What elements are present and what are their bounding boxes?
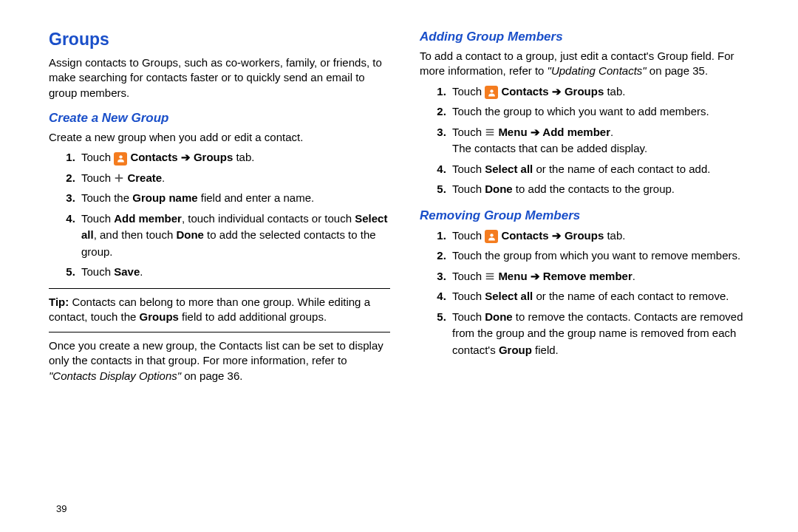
adding-step-5: Touch Done to add the contacts to the gr… bbox=[449, 181, 761, 198]
bold-text: Done bbox=[485, 310, 513, 323]
adding-step-3: Touch Menu ➔ Add member. The contacts th… bbox=[449, 124, 761, 157]
bold-text: Add member bbox=[114, 212, 182, 225]
heading-removing-members: Removing Group Members bbox=[420, 208, 761, 223]
groups-intro: Assign contacts to Groups, such as co-wo… bbox=[49, 55, 390, 100]
text: Touch the bbox=[81, 191, 132, 204]
text: , touch individual contacts or touch bbox=[182, 212, 355, 225]
adding-step-4: Touch Select all or the name of each con… bbox=[449, 161, 761, 178]
contacts-icon bbox=[485, 86, 498, 99]
text: Touch bbox=[452, 270, 485, 282]
text: . bbox=[632, 270, 635, 282]
text: Touch bbox=[452, 183, 485, 195]
text: field. bbox=[532, 344, 559, 356]
create-step-5: Touch Save. bbox=[78, 264, 390, 281]
adding-step-2: Touch the group to which you want to add… bbox=[449, 103, 761, 120]
divider bbox=[49, 288, 390, 289]
italic-ref: "Contacts Display Options" bbox=[49, 369, 181, 382]
text: tab. bbox=[233, 151, 254, 163]
heading-adding-members: Adding Group Members bbox=[420, 30, 761, 44]
bold-text: Contacts ➔ Groups bbox=[130, 151, 233, 163]
text: Touch bbox=[452, 310, 485, 323]
divider bbox=[49, 332, 390, 332]
text: tab. bbox=[604, 229, 625, 242]
text: to add the contacts to the group. bbox=[513, 183, 675, 195]
text: . bbox=[162, 171, 165, 184]
bold-text: Create bbox=[127, 171, 162, 184]
removing-step-2: Touch the group from which you want to r… bbox=[449, 248, 761, 265]
removing-steps: Touch Contacts ➔ Groups tab. Touch the g… bbox=[420, 228, 761, 359]
text: Touch bbox=[452, 290, 485, 302]
text: on page 35. bbox=[647, 64, 708, 77]
create-step-4: Touch Add member, touch individual conta… bbox=[78, 211, 390, 261]
create-step-3: Touch the Group name field and enter a n… bbox=[78, 190, 390, 207]
plus-icon bbox=[114, 173, 124, 183]
adding-step-1: Touch Contacts ➔ Groups tab. bbox=[449, 83, 761, 100]
text: or the name of each contact to remove. bbox=[533, 290, 729, 302]
bold-text: Save bbox=[114, 265, 140, 278]
left-column: Groups Assign contacts to Groups, such a… bbox=[49, 30, 390, 517]
heading-create-group: Create a New Group bbox=[49, 111, 390, 126]
bold-text: Groups bbox=[140, 310, 179, 323]
removing-step-3: Touch Menu ➔ Remove member. bbox=[449, 268, 761, 285]
text: Touch bbox=[452, 85, 485, 98]
text: . bbox=[140, 265, 143, 278]
create-step-1: Touch Contacts ➔ Groups tab. bbox=[78, 149, 390, 166]
svg-point-7 bbox=[490, 233, 493, 236]
bold-text: Done bbox=[176, 228, 204, 241]
adding-lead: To add a contact to a group, just edit a… bbox=[420, 49, 761, 79]
text: tab. bbox=[604, 85, 625, 98]
svg-point-3 bbox=[490, 89, 493, 92]
text: on page 36. bbox=[181, 369, 242, 382]
tip-block: Tip: Contacts can belong to more than on… bbox=[49, 295, 390, 325]
text: field to add additional groups. bbox=[179, 310, 327, 323]
bold-text: Contacts ➔ Groups bbox=[501, 229, 604, 242]
text: Touch bbox=[81, 171, 114, 184]
bold-text: Group bbox=[499, 344, 532, 356]
bold-text: Menu ➔ Add member bbox=[498, 126, 610, 138]
bold-text: Done bbox=[485, 183, 513, 195]
menu-icon bbox=[485, 127, 495, 137]
removing-step-5: Touch Done to remove the contacts. Conta… bbox=[449, 309, 761, 359]
create-step-2: Touch Create. bbox=[78, 170, 390, 187]
menu-icon bbox=[485, 271, 495, 282]
removing-step-4: Touch Select all or the name of each con… bbox=[449, 288, 761, 305]
tip-label: Tip: bbox=[49, 296, 69, 308]
create-lead: Create a new group when you add or edit … bbox=[49, 130, 390, 145]
page-number: 39 bbox=[56, 503, 66, 514]
bold-text: Contacts ➔ Groups bbox=[501, 85, 604, 98]
after-create-note: Once you create a new group, the Contact… bbox=[49, 338, 390, 383]
text: Once you create a new group, the Contact… bbox=[49, 339, 383, 366]
section-title-groups: Groups bbox=[49, 30, 390, 50]
contacts-icon bbox=[485, 230, 498, 243]
bold-text: Group name bbox=[132, 191, 197, 204]
svg-point-0 bbox=[119, 155, 122, 158]
removing-step-1: Touch Contacts ➔ Groups tab. bbox=[449, 228, 761, 245]
bold-text: Select all bbox=[485, 163, 533, 175]
text: or the name of each contact to add. bbox=[533, 163, 710, 175]
bold-text: Menu ➔ Remove member bbox=[498, 270, 632, 282]
text: Touch bbox=[452, 163, 485, 175]
text: , and then touch bbox=[94, 228, 177, 241]
text: field and enter a name. bbox=[198, 191, 315, 204]
text: Touch bbox=[452, 126, 485, 138]
text: Touch bbox=[81, 151, 114, 163]
contacts-icon bbox=[114, 152, 127, 166]
text: Touch bbox=[81, 212, 114, 225]
italic-ref: "Updating Contacts" bbox=[548, 64, 647, 77]
bold-text: Select all bbox=[485, 290, 533, 302]
manual-page: Groups Assign contacts to Groups, such a… bbox=[0, 0, 798, 532]
text: The contacts that can be added display. bbox=[452, 142, 647, 154]
adding-steps: Touch Contacts ➔ Groups tab. Touch the g… bbox=[420, 83, 761, 198]
create-steps: Touch Contacts ➔ Groups tab. Touch Creat… bbox=[49, 149, 390, 281]
text: Touch bbox=[81, 265, 114, 278]
text: . bbox=[610, 126, 613, 138]
right-column: Adding Group Members To add a contact to… bbox=[420, 30, 761, 517]
text: Touch bbox=[452, 229, 485, 242]
